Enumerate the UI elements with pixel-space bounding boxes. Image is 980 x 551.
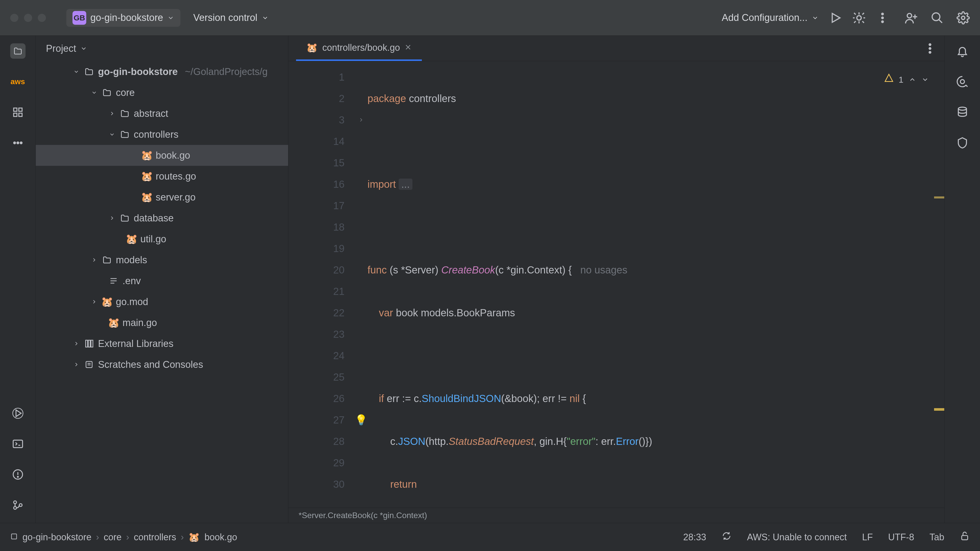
tree-folder-database[interactable]: database [36,208,288,229]
line-number[interactable]: 21 [288,281,345,302]
project-tree[interactable]: go-gin-bookstore ~/GolandProjects/g core… [36,61,288,523]
zoom-window-icon[interactable] [38,14,46,22]
tree-label: routes.go [156,171,196,182]
line-number[interactable]: 2 [288,88,345,109]
ai-assistant-tool-button[interactable] [955,74,970,89]
line-number[interactable]: 20 [288,259,345,281]
tree-file-book[interactable]: 🐹 book.go [36,145,288,166]
code-with-me-button[interactable] [904,11,918,24]
intention-bulb-icon[interactable]: 💡 [355,409,368,430]
crumb[interactable]: controllers [134,532,176,543]
navigation-breadcrumbs[interactable]: go-gin-bookstore› core› controllers› 🐹 b… [10,532,237,543]
tree-folder-controllers[interactable]: controllers [36,124,288,145]
line-number[interactable]: 23 [288,324,345,345]
line-number[interactable]: 22 [288,302,345,324]
close-window-icon[interactable] [10,14,18,22]
chevron-down-icon[interactable] [73,68,80,76]
vcs-menu[interactable]: Version control [193,12,269,23]
structure-tool-button[interactable] [10,105,25,120]
line-number[interactable]: 3 [288,109,345,130]
line-number[interactable]: 29 [288,452,345,473]
tree-file-routes[interactable]: 🐹 routes.go [36,166,288,187]
tree-folder-models[interactable]: models [36,249,288,270]
chevron-right-icon[interactable] [73,340,80,348]
progress-icon[interactable] [721,531,732,543]
tree-folder-core[interactable]: core [36,82,288,103]
readonly-toggle[interactable] [959,531,970,543]
run-configuration-selector[interactable]: Add Configuration... [722,12,819,23]
next-highlight-icon[interactable] [921,76,929,83]
tree-file-env[interactable]: .env [36,270,288,291]
search-everywhere-button[interactable] [931,11,944,24]
settings-button[interactable] [956,11,970,24]
editor-tab-book[interactable]: 🐹 controllers/book.go [296,36,422,61]
debug-button[interactable] [853,11,865,24]
scrollbar-marker-change[interactable] [934,408,944,411]
close-tab-button[interactable] [404,42,412,53]
chevron-right-icon[interactable] [108,110,116,118]
line-number[interactable]: 16 [288,173,345,195]
scrollbar-marker-warn[interactable] [934,197,944,198]
line-number[interactable]: 1 [288,66,345,88]
notifications-tool-button[interactable] [955,43,970,59]
line-number[interactable]: 18 [288,216,345,238]
line-number[interactable]: 24 [288,345,345,366]
tree-file-server[interactable]: 🐹 server.go [36,187,288,208]
line-number[interactable]: 26 [288,388,345,409]
line-number[interactable]: 30 [288,473,345,495]
fold-toggle[interactable] [355,109,368,130]
aws-status[interactable]: AWS: Unable to connect [747,532,847,543]
line-separator[interactable]: LF [862,532,873,543]
tree-folder-abstract[interactable]: abstract [36,103,288,124]
chevron-down-icon[interactable] [108,130,116,138]
line-number-gutter[interactable]: 1 2 3 14 15 16 17 18 19 20 21 22 23 24 2… [288,61,355,508]
chevron-right-icon[interactable] [108,214,116,222]
database-tool-button[interactable] [955,105,970,120]
line-number[interactable]: 19 [288,238,345,259]
file-encoding[interactable]: UTF-8 [888,532,914,543]
tree-file-util[interactable]: 🐹 util.go [36,229,288,249]
project-view-header[interactable]: Project [36,36,288,61]
more-actions-button[interactable] [876,11,889,24]
project-selector[interactable]: GB go-gin-bookstore [66,9,180,27]
tree-external-libraries[interactable]: External Libraries [36,333,288,354]
problems-tool-button[interactable] [10,467,25,482]
editor-breadcrumbs[interactable]: *Server.CreateBook(c *gin.Context) [288,508,944,523]
indent-settings[interactable]: Tab [929,532,944,543]
chevron-down-icon [262,14,269,21]
crumb[interactable]: book.go [204,532,237,543]
terminal-tool-button[interactable] [10,436,25,451]
chevron-right-icon[interactable] [90,256,98,264]
code-content[interactable]: package controllers import ... func (s *… [368,61,944,508]
chevron-down-icon[interactable] [90,89,98,97]
chevron-right-icon[interactable] [73,361,80,368]
run-tool-button[interactable] [10,406,25,421]
aws-tool-button[interactable]: aws [10,74,25,89]
line-number[interactable]: 14 [288,130,345,152]
project-tool-button[interactable] [10,43,25,59]
vcs-tool-button[interactable] [10,497,25,513]
crumb[interactable]: core [103,532,121,543]
tree-file-gomod[interactable]: 🐹 go.mod [36,291,288,312]
line-number[interactable]: 17 [288,195,345,216]
tab-more-button[interactable] [923,42,937,55]
svg-point-34 [14,507,16,510]
tree-scratches[interactable]: Scratches and Consoles [36,354,288,375]
tree-project-root[interactable]: go-gin-bookstore ~/GolandProjects/g [36,61,288,82]
crumb[interactable]: go-gin-bookstore [22,532,91,543]
tree-file-main[interactable]: 🐹 main.go [36,312,288,333]
inspections-widget[interactable]: 1 [884,69,929,90]
run-button[interactable] [829,11,842,24]
line-number[interactable]: 25 [288,366,345,388]
go-file-icon: 🐹 [108,318,119,328]
code-editor[interactable]: 1 1 2 3 14 15 16 17 18 19 20 21 [288,61,944,508]
caret-position[interactable]: 28:33 [683,532,706,543]
line-number[interactable]: 27 [288,409,345,430]
more-tools-button[interactable] [10,135,25,151]
chevron-right-icon[interactable] [90,298,98,306]
line-number[interactable]: 15 [288,152,345,173]
minimize-window-icon[interactable] [24,14,32,22]
shield-tool-button[interactable] [955,135,970,151]
line-number[interactable]: 28 [288,430,345,452]
prev-highlight-icon[interactable] [908,76,916,83]
